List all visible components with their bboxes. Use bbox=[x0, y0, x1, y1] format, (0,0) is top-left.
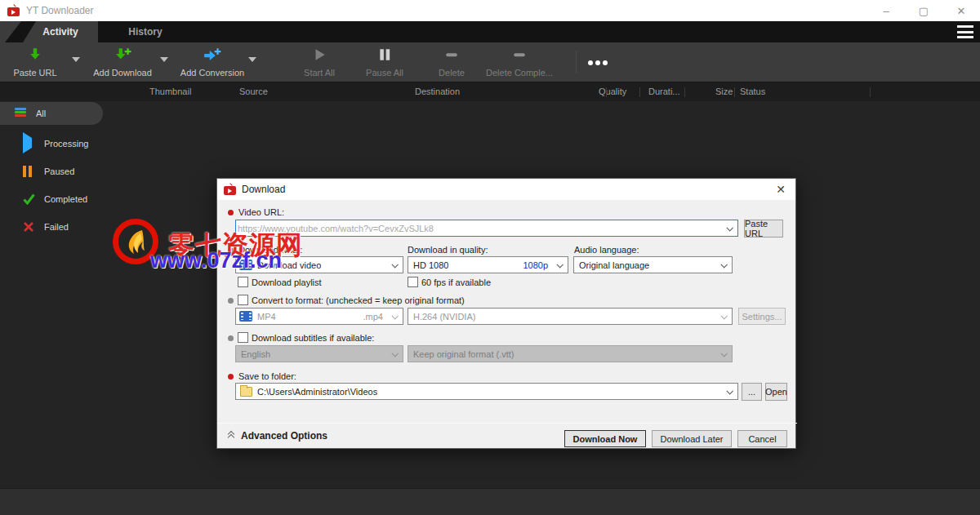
audio-language-select[interactable]: Original language bbox=[573, 256, 733, 273]
dialog-app-icon bbox=[224, 184, 236, 195]
delete-completed-icon bbox=[512, 47, 527, 62]
advanced-options-toggle[interactable]: Advanced Options bbox=[228, 430, 327, 442]
paste-url-dropdown-icon[interactable] bbox=[72, 57, 80, 62]
paste-url-icon bbox=[28, 47, 42, 62]
video-url-combo bbox=[235, 220, 738, 237]
add-conversion-dropdown-icon[interactable] bbox=[248, 57, 256, 62]
completed-check-icon bbox=[23, 193, 34, 205]
column-thumbnail[interactable]: Thumbnail bbox=[149, 87, 191, 96]
download-dialog: Download ✕ Video URL: Paste URL Download… bbox=[216, 178, 796, 449]
audio-language-label: Audio language: bbox=[574, 245, 639, 255]
column-quality[interactable]: Quality bbox=[599, 87, 626, 96]
window-title: YT Downloader bbox=[26, 5, 94, 16]
chevron-down-icon bbox=[720, 261, 727, 268]
processing-play-icon bbox=[23, 138, 34, 149]
column-destination[interactable]: Destination bbox=[415, 87, 460, 96]
subtitles-checkbox[interactable] bbox=[238, 332, 248, 343]
close-button[interactable]: ✕ bbox=[942, 0, 980, 21]
paste-url-dialog-button[interactable]: Paste URL bbox=[744, 220, 783, 238]
chevron-down-icon[interactable] bbox=[726, 224, 733, 231]
paused-pause-icon bbox=[23, 166, 34, 177]
download-what-label: Download what: bbox=[238, 245, 302, 255]
codec-select[interactable]: H.264 (NVIDIA) bbox=[408, 308, 733, 325]
save-folder-combo[interactable]: C:\Users\Administrator\Videos bbox=[235, 383, 738, 400]
fps-checkbox[interactable] bbox=[408, 277, 418, 287]
tab-bar: Activity History bbox=[0, 21, 980, 42]
dialog-close-icon[interactable]: ✕ bbox=[771, 181, 791, 198]
video-film-icon bbox=[239, 260, 252, 270]
chevron-down-icon bbox=[720, 350, 727, 357]
format-select[interactable]: MP4 .mp4 bbox=[235, 308, 403, 325]
delete-button[interactable]: Delete bbox=[423, 46, 480, 80]
status-bar bbox=[0, 488, 980, 515]
dialog-footer-separator bbox=[217, 423, 797, 424]
open-folder-button[interactable]: Open bbox=[765, 383, 787, 401]
app-window: YT Downloader – ▢ ✕ Activity History Pas… bbox=[0, 0, 980, 515]
column-duration[interactable]: Durati... bbox=[648, 87, 680, 96]
column-status[interactable]: Status bbox=[740, 87, 765, 96]
menu-icon[interactable] bbox=[957, 25, 973, 38]
tab-history[interactable]: History bbox=[106, 21, 185, 42]
pause-all-button[interactable]: Pause All bbox=[356, 46, 413, 80]
format-film-icon bbox=[239, 311, 252, 322]
settings-button[interactable]: Settings... bbox=[738, 308, 786, 325]
add-download-icon bbox=[114, 47, 131, 62]
subtitle-format-select[interactable]: Keep original format (.vtt) bbox=[408, 345, 733, 362]
delete-icon bbox=[444, 47, 459, 62]
maximize-button[interactable]: ▢ bbox=[905, 0, 942, 21]
sidebar-item-processing[interactable]: Processing bbox=[0, 132, 88, 155]
toolbar-separator bbox=[576, 51, 577, 73]
save-folder-label: Save to folder: bbox=[238, 371, 296, 381]
format-ext: .mp4 bbox=[363, 312, 383, 322]
chevron-down-icon bbox=[391, 261, 398, 268]
app-logo-icon bbox=[7, 6, 20, 16]
optional-bullet bbox=[228, 335, 234, 341]
add-download-button[interactable]: Add Download bbox=[88, 46, 157, 80]
pause-all-icon bbox=[377, 47, 392, 62]
chevron-down-icon bbox=[391, 313, 398, 319]
sidebar-item-paused[interactable]: Paused bbox=[0, 160, 74, 183]
download-playlist-checkbox[interactable] bbox=[238, 277, 248, 287]
quality-badge: 1080p bbox=[523, 260, 548, 270]
add-conversion-button[interactable]: Add Conversion bbox=[175, 46, 250, 80]
cancel-button[interactable]: Cancel bbox=[737, 430, 787, 447]
quality-select[interactable]: HD 1080 1080p bbox=[408, 256, 568, 273]
tab-activity[interactable]: Activity bbox=[23, 21, 98, 42]
more-icon bbox=[587, 59, 608, 67]
required-bullet bbox=[228, 210, 234, 215]
column-size[interactable]: Size bbox=[715, 87, 733, 96]
chevron-down-icon bbox=[720, 313, 727, 319]
paste-url-button[interactable]: Paste URL bbox=[7, 46, 64, 80]
subtitle-language-select[interactable]: English bbox=[235, 345, 403, 362]
download-later-button[interactable]: Download Later bbox=[652, 430, 732, 447]
toolbar: Paste URL Add Download Add Conversion St… bbox=[0, 42, 980, 82]
more-options-button[interactable] bbox=[581, 46, 614, 80]
column-source[interactable]: Source bbox=[239, 87, 268, 96]
chevron-down-icon bbox=[391, 350, 398, 357]
add-download-dropdown-icon[interactable] bbox=[160, 57, 168, 62]
delete-completed-button[interactable]: Delete Comple... bbox=[483, 46, 555, 80]
browse-button[interactable]: ... bbox=[742, 383, 762, 401]
chevron-up-icon bbox=[228, 432, 235, 440]
fps-label: 60 fps if available bbox=[421, 277, 491, 287]
dialog-title: Download bbox=[242, 184, 285, 195]
download-now-button[interactable]: Download Now bbox=[564, 430, 646, 447]
minimize-button[interactable]: – bbox=[867, 0, 905, 21]
video-url-label: Video URL: bbox=[238, 207, 284, 217]
download-what-select[interactable]: Download video bbox=[235, 256, 403, 273]
sidebar-item-failed[interactable]: Failed bbox=[0, 215, 69, 238]
start-all-icon bbox=[312, 47, 327, 62]
quality-label: Download in quality: bbox=[408, 245, 488, 255]
start-all-button[interactable]: Start All bbox=[291, 46, 348, 80]
video-url-input[interactable] bbox=[238, 222, 721, 234]
sidebar-item-all[interactable]: All bbox=[0, 102, 103, 125]
add-conversion-icon bbox=[203, 47, 222, 62]
download-playlist-label: Download playlist bbox=[252, 277, 322, 287]
convert-checkbox[interactable] bbox=[238, 295, 248, 305]
optional-bullet bbox=[228, 247, 234, 253]
list-column-header: Thumbnail Source Destination Quality Dur… bbox=[0, 82, 980, 101]
subtitles-label: Download subtitles if available: bbox=[252, 333, 374, 343]
optional-bullet bbox=[228, 298, 234, 304]
sidebar-item-completed[interactable]: Completed bbox=[0, 188, 87, 211]
convert-label: Convert to format: (unchecked = keep ori… bbox=[252, 295, 465, 305]
